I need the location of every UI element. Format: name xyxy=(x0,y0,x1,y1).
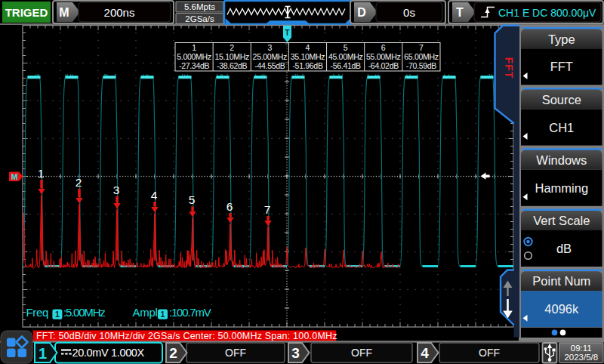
svg-text:5: 5 xyxy=(189,193,196,206)
svg-text:Freq: Freq xyxy=(26,306,49,319)
svg-text:4: 4 xyxy=(421,345,429,361)
svg-text:CH1 E DC 800.00μV: CH1 E DC 800.00μV xyxy=(498,7,596,19)
svg-text:OFF: OFF xyxy=(479,347,500,359)
svg-text:1: 1 xyxy=(192,43,196,52)
svg-text:5.6Mpts: 5.6Mpts xyxy=(184,2,215,11)
svg-text:09:11: 09:11 xyxy=(571,344,592,353)
svg-text:FFT: 50dB/div 10MHz/div 2GSa/s: FFT: 50dB/div 10MHz/div 2GSa/s Center: 5… xyxy=(36,331,337,341)
svg-text:Ampl: Ampl xyxy=(133,306,158,319)
svg-text:2GSa/s: 2GSa/s xyxy=(185,14,214,23)
svg-text:7: 7 xyxy=(264,203,271,216)
svg-text:-27.34dB: -27.34dB xyxy=(179,61,210,70)
svg-text:2023/5/8: 2023/5/8 xyxy=(564,353,598,362)
svg-text:1: 1 xyxy=(55,310,60,319)
svg-text:3: 3 xyxy=(291,345,300,361)
svg-text:45.00MHz: 45.00MHz xyxy=(328,52,363,61)
svg-text:4096k: 4096k xyxy=(544,302,579,316)
svg-text:1: 1 xyxy=(38,167,45,180)
svg-text:25.00MHz: 25.00MHz xyxy=(253,52,288,61)
svg-text:55.00MHz: 55.00MHz xyxy=(366,52,401,61)
svg-text:35.10MHz: 35.10MHz xyxy=(291,52,325,61)
svg-text:7: 7 xyxy=(419,43,424,52)
svg-text:0s: 0s xyxy=(403,6,415,19)
svg-text:Point Num: Point Num xyxy=(532,274,590,288)
svg-text:200ns: 200ns xyxy=(104,6,135,19)
svg-text:-38.62dB: -38.62dB xyxy=(217,61,248,70)
svg-text:6: 6 xyxy=(226,200,233,213)
svg-text:-70.59dB: -70.59dB xyxy=(406,61,437,70)
svg-text::5.00MHz: :5.00MHz xyxy=(63,306,105,319)
svg-text:3: 3 xyxy=(267,43,272,52)
svg-text:T: T xyxy=(285,28,290,37)
svg-text:OFF: OFF xyxy=(351,347,372,359)
svg-text:20.0mV 1.000X: 20.0mV 1.000X xyxy=(72,347,145,359)
svg-text:CH1: CH1 xyxy=(549,121,574,134)
svg-text:5.000MHz: 5.000MHz xyxy=(177,52,211,61)
svg-text:FFT: FFT xyxy=(503,57,515,79)
svg-text:Hamming: Hamming xyxy=(535,181,588,195)
svg-text:6: 6 xyxy=(381,43,386,52)
svg-text:2: 2 xyxy=(169,345,177,361)
svg-text:T: T xyxy=(456,6,464,19)
svg-text:1: 1 xyxy=(161,310,165,319)
svg-text:4: 4 xyxy=(306,43,310,52)
svg-text:Source: Source xyxy=(542,93,581,106)
svg-text:M: M xyxy=(59,6,69,19)
svg-text:4: 4 xyxy=(151,189,158,202)
svg-text:Vert Scale: Vert Scale xyxy=(533,214,590,227)
svg-text:TRIGED: TRIGED xyxy=(5,6,48,19)
svg-text:FFT: FFT xyxy=(550,60,573,73)
svg-text:D: D xyxy=(357,6,366,19)
svg-text:-44.55dB: -44.55dB xyxy=(254,61,285,70)
svg-text:3: 3 xyxy=(113,184,120,196)
svg-text:-56.41dB: -56.41dB xyxy=(331,61,362,70)
svg-text:M: M xyxy=(11,172,18,181)
svg-text:Type: Type xyxy=(548,32,575,46)
svg-text:15.10MHz: 15.10MHz xyxy=(214,52,249,61)
svg-text:5: 5 xyxy=(344,43,348,52)
svg-text::100.7mV: :100.7mV xyxy=(169,306,211,319)
svg-text:2: 2 xyxy=(76,176,82,189)
svg-text:-64.02dB: -64.02dB xyxy=(368,61,399,70)
svg-text:2: 2 xyxy=(230,43,234,52)
svg-text:65.00MHz: 65.00MHz xyxy=(404,52,439,61)
svg-text:1: 1 xyxy=(39,345,47,362)
svg-text:-51.96dB: -51.96dB xyxy=(292,61,323,70)
svg-text:OFF: OFF xyxy=(225,347,246,359)
svg-text:dB: dB xyxy=(556,242,572,255)
svg-text:Windows: Windows xyxy=(536,153,587,167)
